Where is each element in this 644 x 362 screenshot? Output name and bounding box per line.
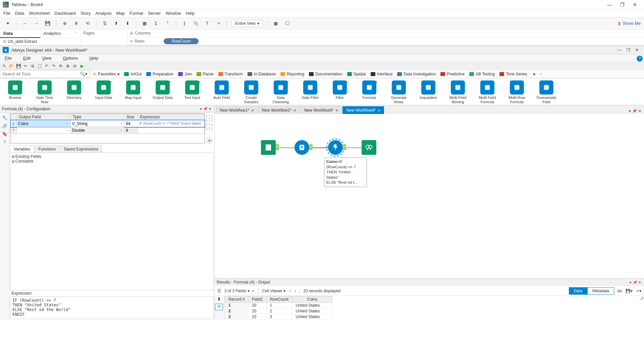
search-input[interactable] bbox=[2, 72, 78, 76]
undo-icon[interactable]: ↶ bbox=[44, 63, 50, 69]
field-type-input-new[interactable] bbox=[71, 127, 124, 133]
menu-analysis[interactable]: Analysis bbox=[95, 11, 111, 16]
tab-close-icon[interactable]: ✕ bbox=[293, 109, 296, 112]
reload-icon[interactable]: ⟳ bbox=[58, 63, 64, 69]
pin-icon[interactable]: 📎 bbox=[192, 19, 200, 28]
tab-analytics[interactable]: Analytics ◦ bbox=[40, 29, 80, 38]
pages-shelf[interactable]: Pages bbox=[80, 29, 127, 45]
favorites-label[interactable]: Favorites bbox=[98, 71, 116, 76]
category-add-icon[interactable]: ＋ bbox=[538, 72, 543, 76]
alteryx-close-button[interactable]: ✕ bbox=[633, 47, 641, 53]
swap-icon[interactable]: ⇅ bbox=[100, 19, 109, 28]
zoom-in-icon[interactable]: ⊕ bbox=[65, 63, 71, 69]
results-popout-icon[interactable]: ⤢▾ bbox=[636, 289, 641, 293]
category-join[interactable]: Join bbox=[176, 71, 194, 77]
menu-worksheet[interactable]: Worksheet bbox=[29, 11, 50, 16]
tab-close-icon[interactable]: ✕ bbox=[251, 109, 254, 112]
results-copy-icon[interactable]: ⧉▾ bbox=[618, 289, 622, 293]
mark-icon[interactable]: ✧ bbox=[214, 19, 223, 28]
category-prev-icon[interactable]: ◀ bbox=[116, 72, 120, 76]
node-text-input[interactable] bbox=[261, 140, 276, 155]
sort-desc-icon[interactable]: ⬇ bbox=[123, 19, 132, 28]
rows-shelf[interactable]: ≡Rows RowCount bbox=[127, 38, 644, 46]
show-me-button[interactable]: ▮Show Me bbox=[618, 21, 641, 26]
dashboard-icon[interactable]: 🖵 bbox=[283, 19, 291, 28]
category-ab-testing[interactable]: AB Testing bbox=[467, 71, 497, 77]
highlight-icon[interactable]: ℓ bbox=[180, 19, 189, 28]
results-filter-icon[interactable]: ▮ bbox=[215, 297, 223, 303]
cell-viewer-dropdown[interactable]: Cell Viewer bbox=[262, 289, 282, 293]
forward-icon[interactable]: → bbox=[32, 19, 41, 28]
field-name-input[interactable] bbox=[17, 121, 70, 127]
sort-asc-icon[interactable]: ⬆ bbox=[112, 19, 120, 28]
move-down-button[interactable]: ↓ bbox=[206, 124, 212, 130]
tab-close-icon[interactable]: ✕ bbox=[378, 109, 380, 112]
move-up-button[interactable]: ↑ bbox=[206, 115, 212, 121]
tab-functions[interactable]: Functions bbox=[35, 145, 59, 153]
menu-data[interactable]: Data bbox=[15, 11, 24, 16]
category-parse[interactable]: Parse bbox=[194, 71, 216, 77]
col-rowcount[interactable]: RowCount bbox=[266, 296, 292, 303]
alt-menu-options[interactable]: Options bbox=[63, 56, 78, 61]
results-menu-icon[interactable]: ☰ bbox=[217, 289, 221, 293]
field-name-input-new[interactable] bbox=[17, 127, 70, 133]
col-record[interactable]: Record # bbox=[225, 296, 249, 303]
new-icon[interactable]: ✎ bbox=[1, 63, 7, 69]
tool-text-input[interactable]: ★Text Input bbox=[180, 80, 204, 100]
alt-menu-view[interactable]: View bbox=[42, 56, 51, 61]
tabs-close-icon[interactable]: ✕ bbox=[638, 109, 641, 113]
tool-create-samples[interactable]: Create Samples bbox=[239, 80, 263, 104]
tabs-dropdown-icon[interactable]: ▾ bbox=[629, 109, 631, 113]
totals-icon[interactable]: Σ bbox=[152, 19, 160, 28]
paste-icon[interactable]: 📋 bbox=[37, 63, 43, 69]
row-pill-rowcount[interactable]: RowCount bbox=[164, 38, 199, 44]
data-metadata-toggle[interactable]: Data Metadata bbox=[569, 287, 614, 295]
tableau-start-icon[interactable]: ✦ bbox=[3, 19, 12, 28]
expression-editor[interactable]: IF (RowCount) <= 7 THEN "United States" … bbox=[10, 296, 214, 319]
workflow-tab[interactable]: New Workflow3*✕ bbox=[301, 106, 342, 114]
menu-file[interactable]: File bbox=[3, 11, 10, 16]
tree-constants[interactable]: Constants bbox=[12, 159, 212, 164]
redo-icon[interactable]: ↷ bbox=[51, 63, 57, 69]
category-in-out[interactable]: In/Out bbox=[122, 71, 144, 77]
node-browse[interactable] bbox=[362, 140, 376, 155]
data-source-item[interactable]: ⎙ US_debt Extract bbox=[0, 38, 80, 45]
results-save-icon[interactable]: 💾▾ bbox=[626, 289, 633, 293]
config-help-icon[interactable]: ? bbox=[2, 139, 8, 145]
results-row[interactable]: 3203United States bbox=[225, 314, 332, 320]
refresh-icon[interactable]: ⟲ bbox=[83, 19, 92, 28]
results-row[interactable]: 1201United States bbox=[225, 303, 332, 308]
toggle-data[interactable]: Data bbox=[569, 287, 587, 295]
node-record-id[interactable] bbox=[294, 140, 309, 155]
tool-data-cleansing[interactable]: ★Data Cleansing bbox=[269, 80, 292, 104]
field-row-new[interactable]: * bbox=[11, 127, 205, 134]
tool-oversample-field[interactable]: Oversample Field bbox=[535, 80, 558, 104]
config-link-icon[interactable]: 🔗 bbox=[2, 123, 8, 129]
presentation-icon[interactable]: ▦ bbox=[271, 19, 280, 28]
alt-menu-edit[interactable]: Edit bbox=[23, 56, 31, 61]
tab-variables[interactable]: Variables bbox=[10, 145, 34, 153]
workflow-tab[interactable]: New Workflow1*✕ bbox=[216, 106, 258, 114]
copy-icon[interactable]: ⧉ bbox=[30, 63, 36, 69]
tree-existing-fields[interactable]: Existing Fields bbox=[12, 154, 212, 159]
field-size-input[interactable] bbox=[124, 121, 138, 127]
results-pin-icon[interactable]: 📌 bbox=[633, 281, 637, 284]
tool-output-data[interactable]: ★Output Data bbox=[151, 80, 174, 100]
category-preparation[interactable]: Preparation bbox=[144, 71, 176, 77]
tool-filter[interactable]: ★Filter bbox=[328, 80, 352, 100]
field-row-1[interactable]: 1 IF (RowCount) <= 7 THEN "United States… bbox=[11, 120, 205, 127]
columns-shelf[interactable]: iiiColumns bbox=[127, 29, 644, 38]
config-tag-icon[interactable]: 🔖 bbox=[2, 131, 8, 137]
config-pin-icon[interactable]: 📌 bbox=[203, 107, 208, 111]
category-reporting[interactable]: Reporting bbox=[278, 71, 307, 77]
abc-icon[interactable]: ᵀ bbox=[163, 19, 172, 28]
category-data-investigation[interactable]: Data Investigation bbox=[395, 71, 438, 77]
workflow-canvas[interactable]: Coins=IF(RowCount) <= 7THEN "UnitedState… bbox=[215, 114, 644, 278]
config-close-icon[interactable]: ✕ bbox=[208, 107, 212, 111]
maximize-button[interactable]: ❐ bbox=[616, 1, 629, 9]
category-predictive[interactable]: Predictive bbox=[438, 71, 467, 77]
close-button[interactable]: ✕ bbox=[629, 1, 641, 9]
group-icon[interactable]: ▦ bbox=[140, 19, 149, 28]
menu-format[interactable]: Format bbox=[129, 11, 143, 16]
results-dropdown-icon[interactable]: ▾ bbox=[628, 281, 633, 284]
